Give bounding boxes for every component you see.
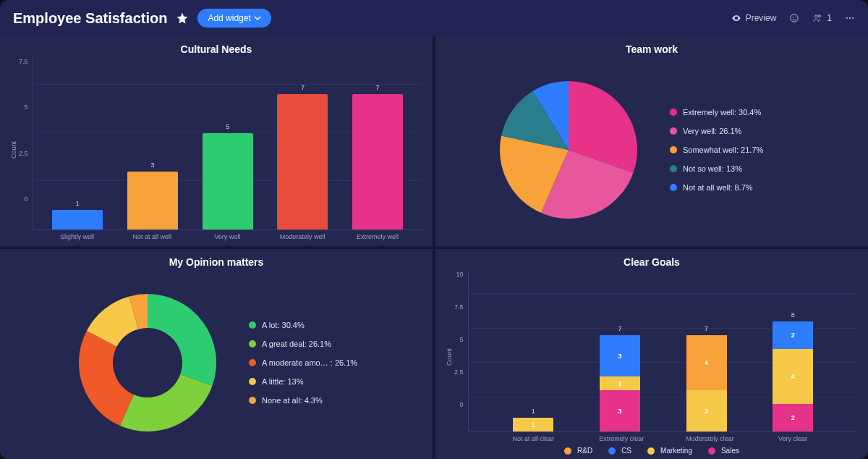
legend-item: A great deal: 26.1% [249,340,357,348]
legend-item: None at all: 4.3% [249,396,357,405]
svg-point-0 [791,14,799,22]
topbar: Employee Satisfaction Add widget Preview… [0,0,868,36]
legend-item: Extremely well: 30.4% [670,108,763,117]
svg-point-5 [846,17,848,19]
chevron-down-icon [254,14,261,22]
stacked-bar: 11 [513,418,553,431]
bar: 5 [203,133,253,230]
chart-legend: R&DCSMarketingSales [446,447,858,455]
emoji-icon [789,13,799,23]
topbar-right: Preview 1 [731,13,855,23]
widget-cultural-needs[interactable]: Cultural Needs Count 7.552.50 13577 Slig… [0,36,433,246]
preview-button[interactable]: Preview [731,13,777,23]
people-icon [812,13,822,23]
bar: 7 [352,94,403,230]
add-widget-button[interactable]: Add widget [197,9,271,28]
preview-label: Preview [746,13,777,23]
legend-item: A lot: 30.4% [249,321,357,329]
emoji-button[interactable] [789,13,799,23]
stacked-bar: 734 [686,335,727,431]
legend-item: Not at all well: 8.7% [670,183,763,192]
star-icon[interactable] [176,12,189,25]
widget-team-work[interactable]: Team work Extremely well: 30.4%Very well… [435,36,868,246]
svg-point-7 [852,17,854,19]
dots-icon [845,13,855,23]
legend-item: A little: 13% [249,377,357,386]
chart-legend: A lot: 30.4%A great deal: 26.1%A moderat… [249,321,357,405]
legend-item: Marketing [647,447,692,455]
eye-icon [731,13,741,23]
bar: 3 [127,172,178,230]
stacked-bar: 8242 [773,321,813,431]
widget-grid: Cultural Needs Count 7.552.50 13577 Slig… [0,36,868,459]
legend-item: Somewhat well: 21.7% [670,146,763,154]
widget-clear-goals[interactable]: Clear Goals Count 107.552.50 11 7313 734… [435,249,868,459]
legend-item: CS [608,447,631,455]
dashboard-app: Employee Satisfaction Add widget Preview… [0,0,868,459]
share-count: 1 [827,13,832,23]
donut-chart [68,283,227,442]
bar: 7 [277,94,328,230]
chart-title: Cultural Needs [10,43,422,55]
svg-point-3 [815,15,818,18]
more-button[interactable] [845,13,855,23]
add-widget-label: Add widget [208,13,250,23]
legend-item: R&D [564,447,592,455]
share-button[interactable]: 1 [812,13,832,23]
page-title: Employee Satisfaction [13,10,167,27]
svg-point-6 [849,17,851,19]
legend-item: Not so well: 13% [670,164,763,173]
legend-item: A moderate amo… : 26.1% [249,358,357,367]
widget-opinion[interactable]: My Opinion matters A lot: 30.4%A great d… [0,249,433,459]
svg-point-1 [793,17,793,17]
legend-item: Very well: 26.1% [670,127,763,135]
bar: 1 [52,210,103,230]
legend-item: Sales [708,447,739,455]
chart-title: Team work [446,43,858,55]
chart-title: My Opinion matters [10,256,422,268]
chart-title: Clear Goals [446,256,858,268]
svg-point-2 [795,17,796,17]
chart-legend: Extremely well: 30.4%Very well: 26.1%Som… [670,108,763,192]
svg-point-4 [819,15,821,17]
pie-chart [489,70,648,230]
stacked-bar: 7313 [600,335,640,431]
